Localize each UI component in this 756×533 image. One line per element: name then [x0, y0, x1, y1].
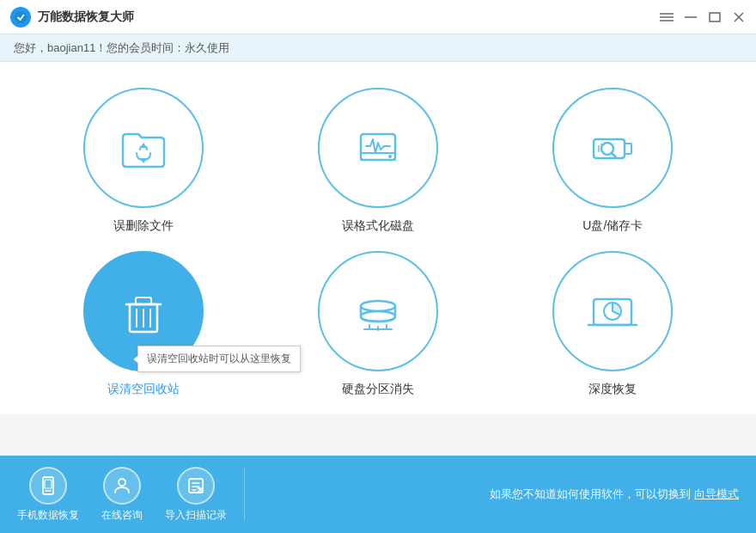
svg-marker-8	[140, 143, 147, 148]
feature-deep-recover-circle	[552, 251, 673, 371]
mobile-recover-label: 手机数据恢复	[17, 508, 79, 523]
import-scan-label: 导入扫描记录	[165, 508, 227, 523]
bottom-import-scan[interactable]: 导入扫描记录	[165, 467, 227, 523]
svg-point-27	[361, 311, 395, 322]
bottom-hint: 如果您不知道如何使用软件，可以切换到 向导模式	[490, 487, 739, 502]
feature-recycle-bin[interactable]: 误清空回收站 误清空回收站时可以从这里恢复	[34, 251, 252, 397]
svg-point-26	[361, 301, 395, 311]
feature-row-2: 误清空回收站 误清空回收站时可以从这里恢复 硬盘分区消失	[34, 251, 722, 397]
user-info-text: 您好，baojian11！您的会员时间：永久使用	[14, 40, 229, 56]
svg-point-12	[388, 155, 392, 158]
feature-format-disk-label: 误格式化磁盘	[342, 218, 414, 234]
import-scan-icon-circle	[177, 467, 215, 505]
app-title: 万能数据恢复大师	[38, 9, 134, 25]
feature-format-disk[interactable]: 误格式化磁盘	[269, 88, 486, 234]
user-bar: 您好，baojian11！您的会员时间：永久使用	[0, 34, 756, 62]
window-controls	[660, 10, 746, 24]
feature-deleted-files-circle	[83, 88, 204, 208]
guide-mode-link[interactable]: 向导模式	[694, 487, 739, 500]
bottom-bar: 手机数据恢复 在线咨询 导入扫描记录 如果您不知道如何使用软件，可以切换到	[0, 456, 756, 533]
feature-usb-card-label: U盘/储存卡	[582, 218, 643, 234]
menu-button[interactable]	[660, 10, 674, 24]
online-consult-label: 在线咨询	[101, 508, 143, 523]
feature-partition-lost-circle	[318, 251, 438, 371]
svg-rect-39	[45, 480, 52, 488]
feature-format-disk-circle	[318, 88, 438, 208]
hint-text: 如果您不知道如何使用软件，可以切换到	[490, 487, 691, 500]
bottom-divider	[244, 469, 245, 520]
recycle-bin-tooltip: 误清空回收站时可以从这里恢复	[137, 346, 301, 372]
main-content: 误删除文件 误格式化磁盘	[0, 62, 756, 414]
feature-deleted-files-label: 误删除文件	[113, 218, 174, 234]
svg-point-40	[119, 479, 125, 486]
feature-deep-recover[interactable]: 深度恢复	[504, 251, 722, 397]
online-consult-icon-circle	[103, 467, 141, 505]
app-logo	[10, 7, 31, 28]
svg-rect-5	[710, 13, 720, 21]
feature-deleted-files[interactable]: 误删除文件	[34, 88, 252, 234]
close-button[interactable]	[732, 10, 746, 24]
feature-partition-lost[interactable]: 硬盘分区消失	[269, 251, 486, 397]
minimize-button[interactable]	[684, 10, 698, 24]
feature-usb-card[interactable]: U盘/储存卡	[504, 88, 722, 234]
bottom-online-consult[interactable]: 在线咨询	[96, 467, 148, 523]
feature-partition-lost-label: 硬盘分区消失	[342, 382, 414, 397]
feature-deep-recover-label: 深度恢复	[588, 382, 637, 397]
title-bar: 万能数据恢复大师	[0, 0, 756, 34]
feature-usb-card-circle	[552, 88, 673, 208]
mobile-recover-icon-circle	[29, 467, 67, 505]
maximize-button[interactable]	[708, 10, 722, 24]
svg-point-0	[15, 11, 27, 23]
svg-marker-9	[140, 158, 147, 163]
bottom-mobile-recover[interactable]: 手机数据恢复	[17, 467, 79, 523]
feature-recycle-bin-label: 误清空回收站	[107, 382, 180, 397]
feature-row-1: 误删除文件 误格式化磁盘	[34, 88, 722, 234]
svg-line-16	[612, 153, 616, 157]
